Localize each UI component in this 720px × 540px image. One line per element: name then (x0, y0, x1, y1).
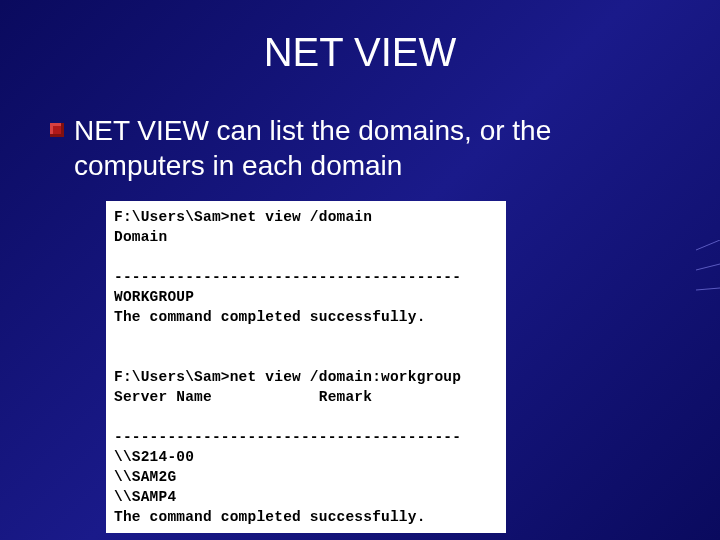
bullet-text: NET VIEW can list the domains, or the co… (74, 113, 670, 183)
terminal-output: F:\Users\Sam>net view /domain Domain ---… (106, 201, 506, 533)
slide-title: NET VIEW (50, 30, 670, 75)
svg-line-6 (696, 264, 720, 270)
svg-line-7 (696, 288, 720, 290)
corner-accent-icon (692, 240, 720, 300)
bullet-item: NET VIEW can list the domains, or the co… (50, 113, 670, 183)
svg-rect-4 (50, 134, 64, 137)
bullet-square-icon (50, 123, 64, 137)
slide-container: NET VIEW NET VIEW can list the domains, … (0, 0, 720, 540)
svg-line-5 (696, 240, 720, 250)
